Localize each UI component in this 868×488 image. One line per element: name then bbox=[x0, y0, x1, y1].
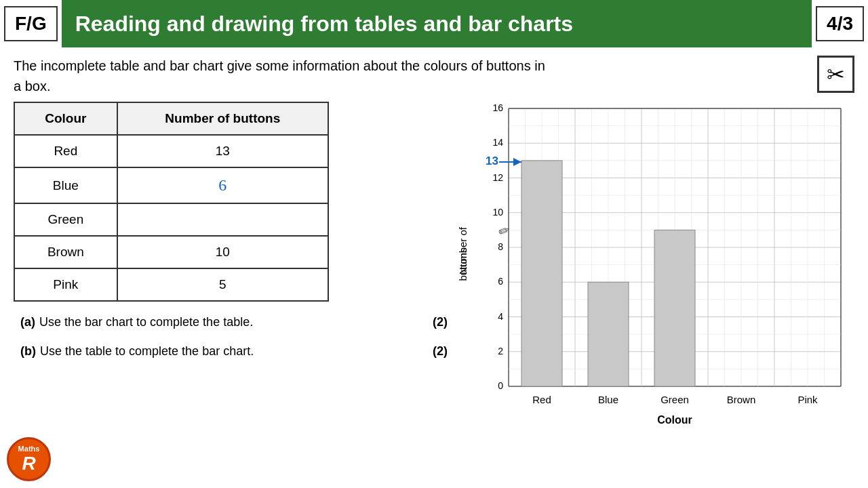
annotation-13: 13 bbox=[486, 155, 498, 167]
table-cell-colour-3: Brown bbox=[14, 236, 117, 268]
intro-text: The incomplete table and bar chart give … bbox=[14, 56, 810, 96]
question-b-label: (b) bbox=[20, 344, 36, 359]
table-cell-colour-2: Green bbox=[14, 203, 117, 236]
table-cell-value-3: 10 bbox=[117, 236, 328, 268]
x-axis-label: Colour bbox=[657, 414, 692, 426]
intro-section: The incomplete table and bar chart give … bbox=[0, 47, 868, 102]
chart-svg: Number of buttons bbox=[454, 102, 848, 441]
table-cell-value-2 bbox=[117, 203, 328, 236]
table-cell-value-0: 13 bbox=[117, 135, 328, 167]
x-label-red: Red bbox=[532, 394, 551, 405]
main-content: Colour Number of buttons Red13Blue6Green… bbox=[0, 102, 868, 447]
x-label-pink: Pink bbox=[797, 394, 818, 405]
y-label-2: 2 bbox=[498, 346, 503, 357]
scissors-icon: ✂ bbox=[817, 56, 854, 93]
page-title: Reading and drawing from tables and bar … bbox=[62, 0, 812, 47]
y-label-0: 0 bbox=[498, 380, 503, 391]
question-b-marks: (2) bbox=[433, 344, 448, 359]
right-panel: Number of buttons bbox=[448, 102, 854, 447]
bar-red bbox=[521, 161, 562, 386]
y-label-8: 8 bbox=[498, 241, 503, 252]
table-cell-colour-0: Red bbox=[14, 135, 117, 167]
y-label-14: 14 bbox=[492, 137, 503, 148]
y-label-6: 6 bbox=[498, 276, 503, 287]
col-buttons-header: Number of buttons bbox=[117, 102, 328, 135]
x-label-green: Green bbox=[660, 394, 689, 405]
pencil-icon: ✏ bbox=[496, 222, 512, 239]
maths-text: Maths bbox=[18, 445, 40, 453]
left-panel: Colour Number of buttons Red13Blue6Green… bbox=[14, 102, 448, 447]
y-label-16: 16 bbox=[492, 102, 503, 113]
bar-green bbox=[654, 230, 695, 386]
page-number: 4/3 bbox=[816, 6, 864, 41]
y-label-10: 10 bbox=[492, 207, 503, 218]
fg-badge: F/G bbox=[4, 6, 58, 41]
x-label-blue: Blue bbox=[598, 394, 618, 405]
header: F/G Reading and drawing from tables and … bbox=[0, 0, 868, 47]
bar-blue bbox=[588, 282, 629, 386]
maths-logo: Maths R bbox=[7, 437, 51, 481]
table-cell-colour-1: Blue bbox=[14, 167, 117, 203]
question-b: (b) Use the table to complete the bar ch… bbox=[20, 344, 448, 359]
intro-line1: The incomplete table and bar chart give … bbox=[14, 58, 545, 73]
question-a-label: (a) bbox=[20, 315, 35, 329]
data-table: Colour Number of buttons Red13Blue6Green… bbox=[14, 102, 329, 302]
chart-container: Number of buttons bbox=[454, 102, 848, 447]
table-cell-value-1: 6 bbox=[117, 167, 328, 203]
y-label-4: 4 bbox=[498, 311, 503, 322]
question-a: (a) Use the bar chart to complete the ta… bbox=[20, 315, 448, 329]
x-label-brown: Brown bbox=[727, 394, 756, 405]
maths-r: R bbox=[22, 453, 35, 474]
question-b-text: Use the table to complete the bar chart. bbox=[40, 344, 419, 359]
questions-section: (a) Use the bar chart to complete the ta… bbox=[14, 315, 448, 359]
y-axis-label-line2: buttons bbox=[457, 247, 469, 281]
table-cell-colour-4: Pink bbox=[14, 268, 117, 301]
table-cell-value-4: 5 bbox=[117, 268, 328, 301]
col-colour-header: Colour bbox=[14, 102, 117, 135]
intro-line2: a box. bbox=[14, 79, 50, 94]
question-a-text: Use the bar chart to complete the table. bbox=[39, 315, 419, 329]
y-label-12: 12 bbox=[492, 172, 503, 183]
question-a-marks: (2) bbox=[433, 315, 448, 329]
